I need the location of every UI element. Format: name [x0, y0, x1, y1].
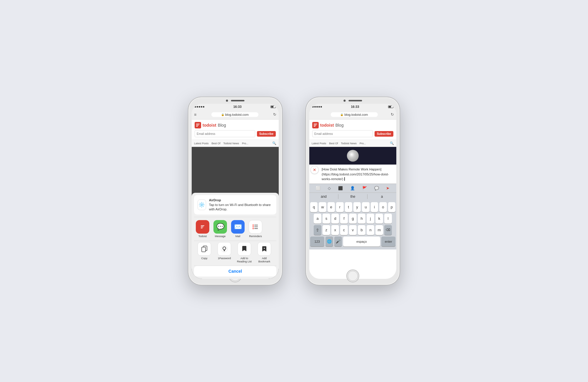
- toolbar-icon-4[interactable]: 👤: [350, 186, 355, 190]
- key-j[interactable]: j: [367, 214, 374, 224]
- website-header-right: todoist Blog Subscribe: [309, 120, 396, 140]
- refresh-icon-right[interactable]: ↻: [391, 112, 394, 117]
- key-b[interactable]: b: [358, 225, 365, 235]
- share-sheet: AirDrop Tap to turn on Wi-Fi and Bluetoo…: [192, 193, 279, 279]
- key-k[interactable]: k: [375, 214, 383, 224]
- key-globe[interactable]: 🌐: [325, 237, 333, 247]
- key-shift[interactable]: ⇧: [314, 225, 321, 235]
- tab-pro-right[interactable]: Pro...: [360, 142, 366, 145]
- toolbar-icon-flag[interactable]: 🚩: [362, 186, 367, 190]
- action-1password[interactable]: 1 1Password: [216, 242, 233, 260]
- search-tab-left[interactable]: 🔍: [272, 141, 276, 145]
- website-tabs-right: Latest Posts Best Of Todoist News Pro...…: [309, 140, 396, 147]
- key-t[interactable]: t: [345, 202, 352, 212]
- share-app-message[interactable]: 💬 Message: [213, 220, 227, 238]
- key-z[interactable]: z: [323, 225, 330, 235]
- message-share-icon: 💬: [213, 220, 227, 234]
- copy-label: Copy: [201, 257, 207, 260]
- key-123[interactable]: 123: [310, 237, 324, 247]
- mail-share-icon: ✉️: [231, 220, 245, 234]
- email-input-right[interactable]: [312, 130, 373, 137]
- key-w[interactable]: w: [319, 202, 326, 212]
- key-a[interactable]: a: [314, 214, 321, 224]
- keyboard: q w e r t y u i o p a s d f g h: [309, 201, 396, 249]
- toolbar-icon-3[interactable]: ⬛: [338, 186, 343, 190]
- key-l[interactable]: l: [384, 214, 392, 224]
- tab-news-left[interactable]: Todoist News: [223, 142, 239, 145]
- home-button-right[interactable]: [346, 269, 359, 282]
- right-status-bar: 16:33: [309, 104, 396, 110]
- tab-bestof-right[interactable]: Best Of: [329, 142, 338, 145]
- key-u[interactable]: u: [362, 202, 369, 212]
- action-bookmark[interactable]: Add Bookmark: [256, 242, 273, 263]
- predictive-word-2[interactable]: the: [338, 195, 367, 199]
- right-phone-top: [344, 100, 362, 102]
- toolbar-icon-2[interactable]: ◇: [328, 186, 331, 190]
- key-p[interactable]: p: [388, 202, 395, 212]
- predictive-word-3[interactable]: a: [368, 195, 396, 199]
- todoist-icon-right: [312, 122, 319, 128]
- key-e[interactable]: e: [328, 202, 335, 212]
- key-h[interactable]: h: [358, 214, 365, 224]
- airdrop-text: AirDrop Tap to turn on Wi-Fi and Bluetoo…: [209, 198, 273, 212]
- key-mic[interactable]: 🎤: [334, 237, 342, 247]
- website-tabs-left: Latest Posts Best Of Todoist News Pro...…: [192, 140, 279, 147]
- key-f[interactable]: f: [340, 214, 348, 224]
- key-s[interactable]: s: [323, 214, 330, 224]
- svg-point-0: [201, 204, 203, 206]
- cancel-button[interactable]: Cancel: [194, 266, 276, 277]
- speaker-left: [231, 100, 245, 101]
- 1password-label: 1Password: [218, 257, 231, 260]
- tab-pro-left[interactable]: Pro...: [242, 142, 248, 145]
- svg-point-2: [253, 224, 254, 226]
- key-g[interactable]: g: [349, 214, 357, 224]
- todoist-share-icon: [196, 220, 209, 234]
- bookmark-icon: [258, 242, 271, 256]
- toolbar-icon-comment[interactable]: 💬: [374, 186, 379, 190]
- compose-text[interactable]: [How Doist Makes Remote Work Happen](htt…: [312, 167, 394, 182]
- email-input-left[interactable]: [195, 130, 255, 137]
- tab-latest-right[interactable]: Latest Posts: [312, 142, 326, 145]
- url-bar-left[interactable]: 🔒 blog.todoist.com: [211, 112, 258, 117]
- key-row-2: a s d f g h j k l: [310, 214, 395, 224]
- predictive-word-1[interactable]: and: [309, 195, 338, 199]
- share-app-reminders[interactable]: Reminders: [249, 220, 262, 238]
- key-x[interactable]: x: [331, 225, 339, 235]
- key-i[interactable]: i: [371, 202, 378, 212]
- signal-dots-right: [312, 106, 322, 108]
- menu-icon-left[interactable]: ≡: [194, 112, 196, 117]
- brand-name-left: todoist: [203, 123, 216, 128]
- refresh-icon-left[interactable]: ↻: [273, 112, 276, 117]
- key-enter[interactable]: enter: [381, 237, 395, 247]
- tab-latest-left[interactable]: Latest Posts: [194, 142, 209, 145]
- key-row-3: ⇧ z x c v b n m ⌫: [310, 225, 395, 235]
- action-copy[interactable]: Copy: [196, 242, 213, 260]
- close-button-right[interactable]: ✕: [310, 166, 319, 174]
- status-time-left: 16:33: [233, 105, 241, 108]
- key-space[interactable]: espaço: [343, 237, 380, 247]
- key-v[interactable]: v: [349, 225, 357, 235]
- toolbar-send-icon[interactable]: ➤: [386, 186, 390, 190]
- share-app-mail[interactable]: ✉️ Mail: [231, 220, 245, 238]
- subscribe-btn-left[interactable]: Subscribe: [257, 131, 276, 137]
- share-app-todoist[interactable]: Todoist: [196, 220, 209, 238]
- key-y[interactable]: y: [353, 202, 361, 212]
- key-d[interactable]: d: [331, 214, 339, 224]
- search-tab-right[interactable]: 🔍: [390, 141, 394, 145]
- subscribe-btn-right[interactable]: Subscribe: [375, 131, 393, 137]
- key-r[interactable]: r: [336, 202, 343, 212]
- key-m[interactable]: m: [375, 225, 383, 235]
- 1password-icon: 1: [218, 242, 231, 256]
- action-reading-list[interactable]: Add to Reading List: [236, 242, 253, 263]
- url-bar-right[interactable]: 🔒 blog.todoist.com: [331, 112, 378, 117]
- tab-bestof-left[interactable]: Best Of: [212, 142, 220, 145]
- key-n[interactable]: n: [367, 225, 374, 235]
- key-c[interactable]: c: [340, 225, 348, 235]
- toolbar-icon-1[interactable]: ⬜: [316, 186, 320, 190]
- right-nav-bar: 🔒 blog.todoist.com ↻: [309, 110, 396, 120]
- key-o[interactable]: o: [379, 202, 387, 212]
- key-q[interactable]: q: [310, 202, 318, 212]
- key-row-4: 123 🌐 🎤 espaço enter: [310, 237, 395, 247]
- tab-news-right[interactable]: Todoist News: [341, 142, 357, 145]
- key-delete[interactable]: ⌫: [384, 225, 392, 235]
